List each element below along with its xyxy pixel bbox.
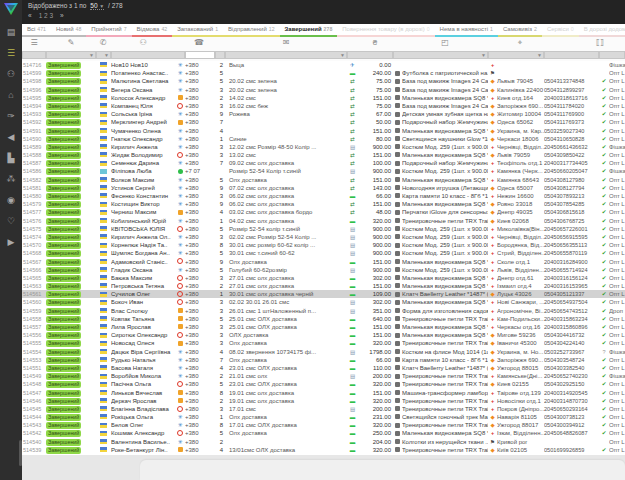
clients-icon[interactable]: ⚇ bbox=[139, 38, 146, 47]
status-edit-icon[interactable]: ✎ bbox=[68, 38, 75, 47]
table-row[interactable]: 514554ЗавершенийДацюк Віра Сергіївна✳+38… bbox=[22, 348, 625, 356]
filter-ttn[interactable] bbox=[544, 51, 599, 59]
table-row[interactable]: 514590ЗавершенийГнатюк Олександр✳+3801Си… bbox=[22, 135, 625, 143]
table-row[interactable]: 514591ЗавершенийЧумаченко Олена✳+3804⇄15… bbox=[22, 127, 625, 135]
ttn-icon[interactable]: ⟦⟧ bbox=[596, 38, 604, 47]
table-row[interactable]: 514716ЗавершенийНов10 Нов10✳+3802Выца✈0.… bbox=[22, 61, 625, 69]
table-row[interactable]: 514556ЗавершенийСиротюк Олександр+3803ОЛ… bbox=[22, 331, 625, 339]
info-icon[interactable]: ◉ bbox=[4, 194, 18, 206]
network-icon[interactable]: ⁂ bbox=[4, 173, 18, 185]
table-row[interactable]: 514596ЗавершенийВегера Оксана✳+380320.02… bbox=[22, 86, 625, 94]
rows-icon[interactable]: ☰ bbox=[30, 38, 37, 47]
marketing-icon[interactable]: ◀ bbox=[4, 131, 18, 143]
filter-tag[interactable] bbox=[599, 51, 625, 59]
table-row[interactable]: 514588ЗавершенийЖидак Володимир+380313.0… bbox=[22, 151, 625, 159]
filter-id[interactable] bbox=[22, 51, 46, 59]
table-row[interactable]: 514580ЗавершенийФесенко Константин✳+3803… bbox=[22, 192, 625, 200]
source-cell: ✳ bbox=[175, 356, 185, 364]
ttn-status-cell: ✔ bbox=[599, 323, 609, 331]
table-row[interactable]: 514545ЗавершенийБлагінна Владіслава+3803… bbox=[22, 405, 625, 413]
notes-icon[interactable]: ✑ bbox=[4, 110, 18, 122]
filter-city[interactable]: ▼ bbox=[488, 51, 544, 59]
table-row[interactable]: 514576ЗавершенийКобилинський Юрій✳+38010… bbox=[22, 217, 625, 225]
table-row[interactable]: 514577ЗавершенийЧерниш Максим+380403.02 … bbox=[22, 208, 625, 216]
table-row[interactable]: 514586ЗавершенийФіліпова Люба+7 07Розмір… bbox=[22, 167, 625, 175]
video-icon[interactable]: ▶ bbox=[4, 236, 18, 248]
per-page-dropdown[interactable]: 50 ▼ bbox=[90, 2, 104, 10]
table-row[interactable]: 514566ЗавершенийГладик Оксана✳+3805Голуб… bbox=[22, 266, 625, 274]
location-icon[interactable]: ⌖ bbox=[518, 38, 523, 48]
filter-pay[interactable] bbox=[347, 51, 393, 59]
table-row[interactable]: 514547ЗавершенийЛиньков Вячеслав+380819.… bbox=[22, 389, 625, 397]
table-row[interactable]: 514551ЗавершенийБасова Наталя✳+380423.01… bbox=[22, 364, 625, 372]
table-row[interactable]: 514561ЗавершенийСучилов Олег+380130.01 с… bbox=[22, 290, 625, 298]
gallery-icon[interactable]: ▤ bbox=[4, 26, 18, 38]
tab-Запакований[interactable]: Запакований1 bbox=[172, 24, 223, 37]
table-row[interactable]: 514593ЗавершенийСольська Іріна✳+3809Роже… bbox=[22, 110, 625, 118]
table-row[interactable]: 514565ЗавершенийБаюка Максим+380327.01 с… bbox=[22, 274, 625, 282]
app-logo-icon[interactable] bbox=[3, 2, 19, 16]
table-row[interactable]: 514587ЗавершенийСеменюк Дарина✳+380709.0… bbox=[22, 159, 625, 167]
table-row[interactable]: 514598ЗавершенийМалютина Светлана✳+38052… bbox=[22, 77, 625, 85]
bank-icon[interactable]: ⌂ bbox=[4, 89, 18, 101]
table-row[interactable]: 514540ЗавершенийВалентина Василье..✳+380… bbox=[22, 438, 625, 446]
table-row[interactable]: 514544ЗавершенийРокіцька Ольга✳+3801Олх … bbox=[22, 413, 625, 421]
table-row[interactable]: 514557ЗавершенийЛила Ярослав+380325.01 с… bbox=[22, 323, 625, 331]
support-icon[interactable]: ♡ bbox=[4, 215, 18, 227]
sidebar-scrollbar[interactable] bbox=[19, 440, 22, 466]
tab-Відмова[interactable]: Відмова42 bbox=[132, 24, 173, 37]
table-row[interactable]: 514548ЗавершенийПасічна Ольга+380523.01 … bbox=[22, 380, 625, 388]
tab-Самовивіз[interactable]: Самовивіз2 bbox=[498, 24, 542, 37]
stats-icon[interactable]: ▙ bbox=[4, 152, 18, 164]
tab-В дорозі додому[interactable]: В дорозі додому0 bbox=[579, 24, 625, 37]
table-row[interactable]: 514582ЗавершенийВолков Максим✳+3805Олх д… bbox=[22, 176, 625, 184]
tab-Всі[interactable]: Всі471 bbox=[22, 24, 51, 37]
table-row[interactable]: 514567ЗавершенийАдамовский Станіс..+3809… bbox=[22, 258, 625, 266]
tab-Відправлений[interactable]: Відправлений12 bbox=[223, 24, 279, 37]
table-row[interactable]: 514559ЗавершенийВлас Слотюу+380326.01 см… bbox=[22, 307, 625, 315]
table-row[interactable]: 514553ЗавершенийРудько Наталья✳+3807Олх … bbox=[22, 356, 625, 364]
filter-product[interactable]: ▼ bbox=[393, 51, 488, 59]
table-row[interactable]: 514592ЗавершенийМерклингер Андрей+3807⇄5… bbox=[22, 118, 625, 126]
table-row[interactable]: 514539ЗавершенийРоке-Бетанкурт Лін..+380… bbox=[22, 446, 625, 454]
tab-Прийнятий[interactable]: Прийнятий7 bbox=[86, 24, 131, 37]
table-row[interactable]: 514563ЗавершенийПетровська Тетяна+380227… bbox=[22, 282, 625, 290]
table-row[interactable]: 514599ЗавершенийПотапенко Анастас..✳+380… bbox=[22, 69, 625, 77]
tab-Повернення товару (в дорозі)[interactable]: Повернення товару (в дорозі)0 bbox=[337, 24, 434, 37]
table-row[interactable]: 514589ЗавершенийКирилич Анжела✳+380312.0… bbox=[22, 143, 625, 151]
money-icon[interactable]: ₴ bbox=[373, 38, 377, 47]
table-row[interactable]: 514568ЗавершенийШумляс Богдана Ан..✳+380… bbox=[22, 249, 625, 257]
product-icon[interactable]: ◰ bbox=[441, 38, 449, 47]
table-row[interactable]: 514549ЗавершенийВоробйов Микола✳+380221.… bbox=[22, 372, 625, 380]
table-row[interactable]: 514560ЗавершенийБокоч Иван+380302.02 30.… bbox=[22, 298, 625, 306]
comment-icon[interactable]: ✉ bbox=[283, 38, 290, 47]
table-row[interactable]: 514546ЗавершенийДеркач Ярослав+380219.01… bbox=[22, 397, 625, 405]
table-row[interactable]: 514595ЗавершенийКолосок Александр+380214… bbox=[22, 94, 625, 102]
table-row[interactable]: 514594ЗавершенийКомпанец Юля+380316.02 с… bbox=[22, 102, 625, 110]
table-row[interactable]: 514574ЗавершенийКирилич Анжела Ол..✳+380… bbox=[22, 233, 625, 241]
first-page-icon[interactable]: « bbox=[28, 12, 32, 19]
callback-icon[interactable]: ✆ bbox=[100, 38, 107, 47]
table-row[interactable]: 514579ЗавершенийКостищин Виктор✳+380906.… bbox=[22, 200, 625, 208]
table-row[interactable]: 514575ЗавершенийКВІТОВСЬКА ЮЛІЯ+3805Розм… bbox=[22, 225, 625, 233]
customers-icon[interactable]: ⚇ bbox=[4, 68, 18, 80]
last-page-icon[interactable]: » bbox=[60, 12, 64, 19]
phone-icon[interactable]: ☎ bbox=[194, 38, 204, 47]
tab-Новий[interactable]: Новий48 bbox=[51, 24, 86, 37]
table-row[interactable]: 514581ЗавершенийУстинов Сергей✳+380907.0… bbox=[22, 184, 625, 192]
filter-comment[interactable]: ▼ bbox=[225, 51, 347, 59]
filter-flag[interactable]: ▼ bbox=[96, 51, 111, 59]
tab-Завершений[interactable]: Завершений278 bbox=[280, 24, 338, 37]
tab-Нема в наявності[interactable]: Нема в наявності1 bbox=[435, 24, 498, 37]
filter-phone[interactable] bbox=[185, 51, 215, 59]
filter-status[interactable]: ▼ bbox=[46, 51, 96, 59]
table-row[interactable]: 514570ЗавершенийКорнелюк Надія Та..✳+380… bbox=[22, 241, 625, 249]
table-row[interactable]: 514555ЗавершенийНовосад Олеся+3803Олх до… bbox=[22, 339, 625, 347]
table-row[interactable]: 514542ЗавершенийКошмак Александр+3805Олх… bbox=[22, 429, 625, 437]
tab-Сервіси[interactable]: Сервіси0 bbox=[542, 24, 579, 37]
table-row[interactable]: 514558ЗавершенийКовпак Татьяна+380525.01… bbox=[22, 315, 625, 323]
orders-icon[interactable]: ☰ bbox=[4, 47, 18, 59]
table-row[interactable]: 514543ЗавершенийБелов Олег✳+380817.01 см… bbox=[22, 421, 625, 429]
filter-qty[interactable] bbox=[215, 51, 225, 59]
filter-name[interactable] bbox=[111, 51, 185, 59]
